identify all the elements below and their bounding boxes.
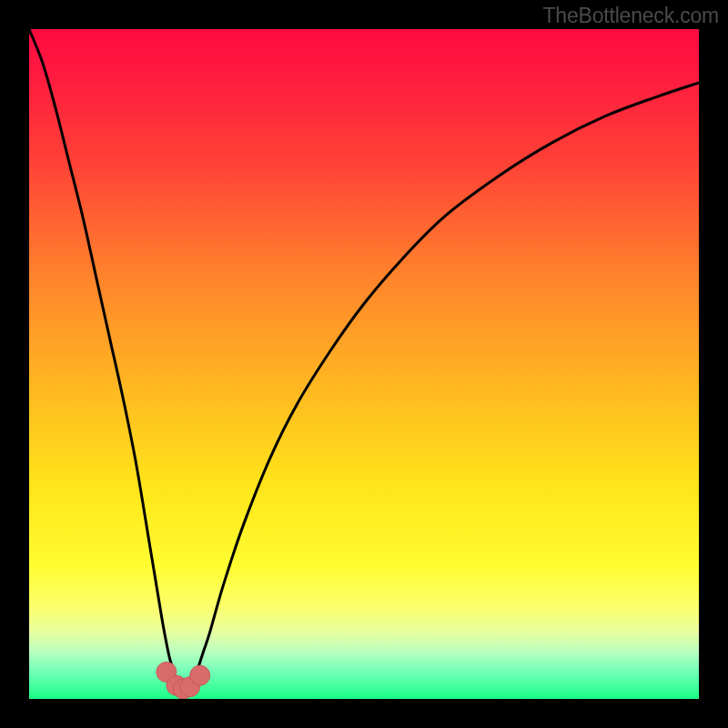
trough-marker: [190, 665, 210, 685]
trough-markers: [157, 662, 210, 699]
plot-area: [29, 29, 699, 699]
chart-svg: [29, 29, 699, 699]
watermark-text: TheBottleneck.com: [543, 4, 719, 28]
bottleneck-curve: [29, 29, 699, 689]
chart-frame: TheBottleneck.com: [0, 0, 728, 728]
